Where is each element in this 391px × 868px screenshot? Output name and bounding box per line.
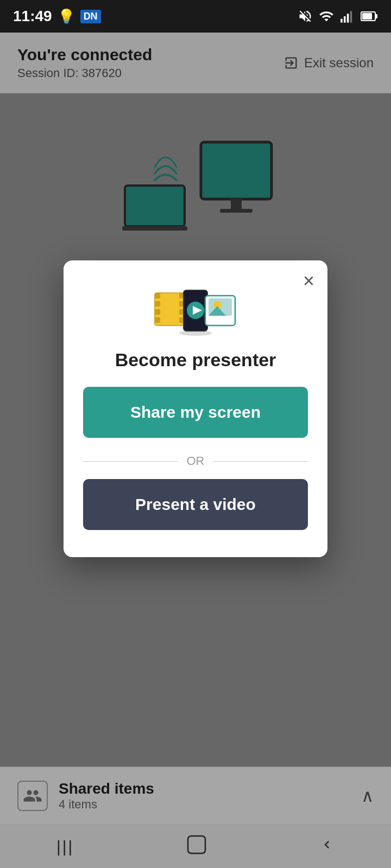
svg-rect-0: [340, 19, 343, 23]
or-text: OR: [187, 454, 205, 468]
svg-rect-16: [155, 317, 160, 323]
modal-close-button[interactable]: ×: [303, 271, 314, 291]
wifi-icon: [318, 9, 335, 24]
presenter-illustration-icon: [152, 282, 239, 336]
or-line-right: [213, 461, 308, 462]
svg-rect-13: [155, 293, 160, 298]
modal-icon-area: [83, 282, 308, 336]
svg-rect-6: [362, 13, 372, 20]
svg-point-28: [179, 330, 212, 336]
or-divider: OR: [83, 454, 308, 468]
svg-rect-2: [347, 14, 349, 22]
present-video-button[interactable]: Present a video: [83, 479, 308, 530]
svg-rect-3: [350, 11, 352, 23]
status-left: 11:49 💡 DN: [13, 8, 101, 25]
svg-rect-14: [155, 301, 160, 307]
signal-icon: [340, 9, 355, 24]
share-screen-button[interactable]: Share my screen: [83, 387, 308, 438]
svg-rect-1: [344, 16, 346, 23]
status-right: [298, 9, 378, 24]
status-time: 11:49: [13, 8, 52, 25]
status-bar: 11:49 💡 DN: [0, 0, 391, 33]
battery-icon: [361, 10, 378, 22]
modal-title: Become presenter: [83, 349, 308, 371]
svg-rect-15: [155, 309, 160, 315]
location-icon: 💡: [58, 8, 75, 25]
svg-rect-5: [376, 14, 377, 18]
dn-badge: DN: [80, 10, 101, 23]
or-line-left: [83, 461, 178, 462]
mute-icon: [298, 9, 313, 24]
become-presenter-modal: ×: [64, 260, 327, 557]
